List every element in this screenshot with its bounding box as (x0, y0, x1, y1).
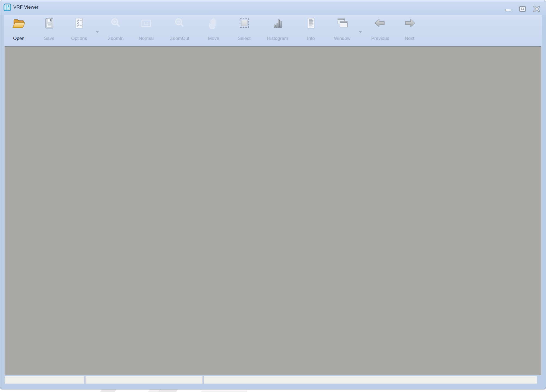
svg-text:1:1: 1:1 (144, 21, 149, 26)
toolbar-button-options[interactable]: Options (65, 15, 93, 41)
select-marquee-icon (236, 17, 252, 30)
minimize-button[interactable] (504, 6, 512, 12)
toolbar-button-label: Select (238, 36, 250, 41)
previous-arrow-icon (372, 17, 388, 30)
toolbar-button-label: Save (44, 36, 55, 41)
status-segment-1 (5, 376, 85, 384)
desktop-watermark-fragment (100, 389, 117, 392)
toolbar-button-label: Move (208, 36, 219, 41)
normal-1to1-icon: 1:1 (138, 17, 154, 30)
next-arrow-icon (402, 17, 417, 30)
toolbar-button-label: Histogram (267, 36, 288, 41)
toolbar-button-info[interactable]: Info (297, 15, 325, 41)
desktop-watermark-fragment (158, 389, 178, 392)
window-controls (504, 6, 540, 12)
toolbar-button-histogram[interactable]: Histogram (261, 15, 294, 41)
toolbar-button-label: Open (13, 36, 24, 41)
toolbar-button-zoomout[interactable]: ZoomOut (164, 15, 195, 41)
toolbar-button-next[interactable]: Next (395, 15, 424, 41)
window-cascade-icon (334, 17, 350, 30)
close-button[interactable] (533, 6, 540, 12)
status-segment-3 (204, 376, 537, 384)
toolbar-button-open[interactable]: Open (5, 15, 33, 41)
save-floppy-icon (41, 17, 57, 30)
options-checklist-icon (71, 17, 87, 30)
toolbar-dropdown-window[interactable] (356, 15, 364, 46)
toolbar: OpenSaveOptionsZoomIn1:1NormalZoomOutMov… (4, 15, 542, 46)
chevron-down-icon (359, 31, 362, 33)
toolbar-button-window[interactable]: Window (328, 15, 356, 41)
toolbar-button-label: Info (307, 36, 315, 41)
open-folder-icon (11, 17, 27, 30)
desktop-watermark-fragment (201, 390, 248, 392)
maximize-button[interactable] (519, 6, 526, 12)
toolbar-button-label: ZoomIn (108, 36, 124, 41)
app-window: VRF Viewer (0, 0, 546, 389)
window-title: VRF Viewer (13, 5, 38, 10)
toolbar-button-label: Options (71, 36, 87, 41)
status-segment-2 (85, 376, 203, 384)
toolbar-dropdown-options[interactable] (93, 15, 101, 46)
status-bar (5, 376, 537, 384)
histogram-bars-icon (270, 17, 285, 30)
toolbar-button-label: ZoomOut (170, 36, 189, 41)
vrf-app-icon (4, 4, 11, 11)
toolbar-button-move[interactable]: Move (199, 15, 228, 41)
zoom-in-icon (108, 17, 124, 30)
image-canvas[interactable] (5, 46, 541, 375)
toolbar-button-normal[interactable]: 1:1Normal (132, 15, 160, 41)
move-hand-icon (206, 17, 221, 30)
toolbar-button-select[interactable]: Select (230, 15, 258, 41)
titlebar[interactable]: VRF Viewer (0, 0, 546, 15)
toolbar-button-label: Normal (139, 36, 154, 41)
toolbar-button-previous[interactable]: Previous (366, 15, 394, 41)
toolbar-button-save[interactable]: Save (35, 15, 63, 41)
chevron-down-icon (96, 31, 99, 33)
info-document-icon (303, 17, 319, 30)
toolbar-button-label: Previous (371, 36, 389, 41)
toolbar-button-zoomin[interactable]: ZoomIn (102, 15, 130, 41)
zoom-out-icon (172, 17, 188, 30)
toolbar-button-label: Window (334, 36, 350, 41)
toolbar-button-label: Next (405, 36, 414, 41)
